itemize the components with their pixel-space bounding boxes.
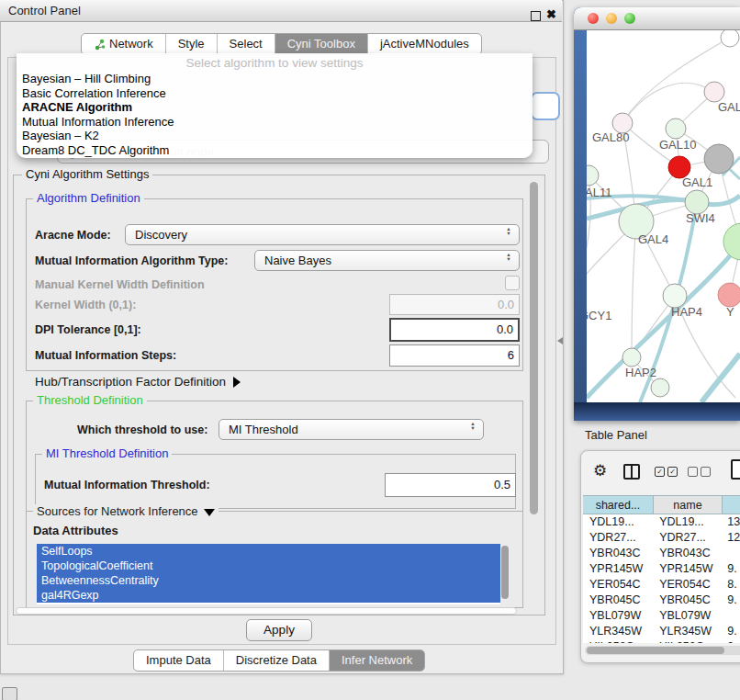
list-vertical-scrollbar[interactable] — [501, 546, 509, 599]
new-table-icon[interactable] — [731, 459, 740, 480]
mi-threshold-field[interactable]: 0.5 — [385, 473, 516, 497]
network-node[interactable] — [721, 30, 739, 47]
node-label: SWI4 — [686, 211, 715, 225]
tab-jactivemnodules[interactable]: jActiveMNodules — [367, 34, 481, 54]
menu-item-aracne[interactable]: ARACNE Algorithm — [17, 100, 533, 115]
menu-item-bayesian-k2[interactable]: Bayesian – K2 — [17, 129, 533, 143]
menu-item-basic-correlation[interactable]: Basic Correlation Inference — [17, 86, 533, 101]
table-horizontal-scrollbar[interactable] — [585, 646, 740, 655]
list-item[interactable]: BetweennessCentrality — [37, 573, 500, 588]
mi-steps-label: Mutual Information Steps: — [35, 349, 176, 362]
tab-discretize-data[interactable]: Discretize Data — [223, 650, 329, 671]
table-row[interactable]: YBR043CYBR043C — [583, 546, 740, 561]
menu-item-dream8[interactable]: Dream8 DC_TDC Algorithm — [17, 143, 533, 158]
dpi-tolerance-field[interactable]: 0.0 — [389, 318, 520, 342]
select-all-checks-icon[interactable]: ✓✓ — [655, 467, 680, 483]
control-panel-tabs: Network Style Select Cyni Toolbox jActiv… — [81, 33, 482, 55]
network-node-gray[interactable] — [704, 144, 734, 174]
node-label: GAL4 — [638, 232, 668, 246]
float-window-icon[interactable] — [531, 11, 541, 21]
tab-impute-data[interactable]: Impute Data — [134, 650, 223, 671]
manual-kernel-label: Manual Kernel Width Definition — [35, 278, 205, 291]
threshold-definition-title: Threshold Definition — [33, 394, 147, 407]
aracne-mode-label: Aracne Mode: — [35, 229, 111, 242]
tab-select[interactable]: Select — [217, 34, 275, 54]
control-panel-titlebar: Control Panel — [0, 0, 562, 22]
tab-infer-network[interactable]: Infer Network — [329, 650, 424, 671]
aracne-mode-combobox[interactable]: Discovery ▲▼ — [125, 224, 520, 245]
data-attributes-label: Data Attributes — [33, 524, 118, 537]
network-node-gal10[interactable] — [666, 119, 686, 139]
node-label: GAL80 — [592, 130, 629, 144]
mi-steps-field[interactable]: 6 — [389, 344, 520, 367]
dpi-tolerance-label: DPI Tolerance [0,1]: — [35, 323, 141, 336]
column-header-clipped[interactable] — [723, 495, 740, 514]
network-view-window: GAL GAL80 GAL10 GAL1 GAL11 SWI4 GAL4 GCY… — [574, 7, 740, 421]
node-label: GAL1 — [682, 175, 712, 189]
list-item[interactable]: gal4RGexp — [37, 588, 500, 603]
network-canvas[interactable]: GAL GAL80 GAL10 GAL1 GAL11 SWI4 GAL4 GCY… — [587, 30, 740, 402]
zoom-traffic-button[interactable] — [624, 13, 635, 24]
gear-icon[interactable]: ⚙ — [593, 461, 607, 480]
hub-definition-toggle[interactable]: Hub/Transcription Factor Definition — [35, 375, 241, 389]
network-node[interactable] — [718, 283, 740, 307]
network-window-titlebar — [574, 7, 740, 30]
table-row[interactable]: YLR345WYLR345W9. — [583, 624, 740, 639]
table-row[interactable]: YPR145WYPR145W9. — [583, 561, 740, 577]
list-item[interactable]: SelfLoops — [37, 544, 500, 559]
deselect-all-checks-icon[interactable] — [688, 467, 713, 483]
network-graph: GAL GAL80 GAL10 GAL1 GAL11 SWI4 GAL4 GCY… — [587, 30, 740, 402]
settings-vertical-scrollbar[interactable] — [530, 182, 538, 514]
manual-kernel-checkbox[interactable] — [505, 276, 520, 290]
node-label: GAL — [718, 100, 740, 114]
list-item[interactable]: TopologicalCoefficient — [37, 559, 500, 573]
pane-collapse-handle[interactable] — [557, 337, 563, 344]
minimize-traffic-button[interactable] — [606, 13, 617, 24]
close-traffic-button[interactable] — [588, 13, 599, 24]
close-icon[interactable]: ✖ — [546, 7, 556, 21]
table-panel-title: Table Panel — [585, 428, 647, 442]
bottom-tabs: Impute Data Discretize Data Infer Networ… — [133, 649, 425, 672]
column-header-name[interactable]: name — [654, 495, 723, 514]
mi-type-label: Mutual Information Algorithm Type: — [35, 254, 228, 267]
algorithm-dropdown-popup: Select algorithm to view settings Bayesi… — [17, 53, 533, 158]
table-row[interactable]: YBR045CYBR045C9. — [583, 593, 740, 608]
node-label: HAP4 — [671, 305, 702, 319]
node-label: GAL10 — [659, 138, 696, 152]
network-node[interactable] — [704, 82, 724, 102]
settings-horizontal-scrollbar[interactable] — [16, 607, 517, 615]
table-row[interactable]: YER054CYER054C8. — [583, 577, 740, 593]
tab-style[interactable]: Style — [165, 34, 217, 54]
data-attributes-list: SelfLoops TopologicalCoefficient Between… — [37, 544, 500, 604]
which-threshold-label: Which threshold to use: — [77, 423, 207, 436]
node-label: Y — [726, 305, 734, 319]
table-row[interactable]: YIL052CYIL052C9. — [583, 639, 740, 643]
combo-spinner-icon: ▲▼ — [469, 422, 477, 430]
network-node-hap2[interactable] — [622, 348, 641, 367]
network-node[interactable] — [651, 378, 669, 397]
table-row[interactable]: YBL079WYBL079W — [583, 608, 740, 624]
tab-network[interactable]: Network — [82, 34, 165, 54]
split-columns-icon[interactable] — [623, 464, 640, 480]
kernel-width-field[interactable]: 0.0 — [389, 294, 520, 315]
kernel-width-label: Kernel Width (0,1): — [35, 299, 136, 311]
menu-item-mutual-information[interactable]: Mutual Information Inference — [17, 115, 533, 130]
column-header-shared[interactable]: shared... — [583, 495, 654, 514]
expand-right-icon — [233, 377, 241, 388]
mi-type-combobox[interactable]: Naive Bayes ▲▼ — [254, 250, 520, 271]
settings-group-title: Cyni Algorithm Settings — [22, 168, 152, 181]
expand-down-icon — [204, 509, 215, 516]
table-row[interactable]: YDL19...YDL19...13 — [583, 514, 740, 530]
network-node[interactable] — [723, 223, 740, 260]
network-node-gal11[interactable] — [587, 165, 599, 186]
apply-button[interactable]: Apply — [246, 619, 312, 641]
node-label: HAP2 — [625, 366, 656, 379]
tab-cyni-toolbox[interactable]: Cyni Toolbox — [275, 34, 367, 54]
mi-threshold-group-title: MI Threshold Definition — [42, 447, 172, 460]
minimized-panel-icon[interactable] — [2, 687, 17, 700]
menu-item-bayesian-hill-climbing[interactable]: Bayesian – Hill Climbing — [17, 72, 533, 86]
table-row[interactable]: YDR27...YDR27...12 — [583, 530, 740, 546]
which-threshold-combobox[interactable]: MI Threshold ▲▼ — [219, 419, 484, 440]
sources-toggle[interactable]: Sources for Network Inference — [33, 504, 219, 518]
inference-algorithm-combobox[interactable] — [531, 92, 560, 120]
